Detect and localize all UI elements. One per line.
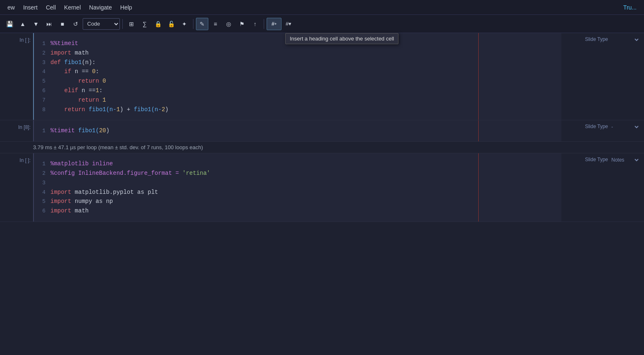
up-arrow-button[interactable]: ↑ <box>249 18 261 30</box>
menu-navigate[interactable]: Navigate <box>85 2 116 12</box>
line-num: 8 <box>39 106 50 114</box>
code-line-3-5: 5 import numpy as np <box>39 197 556 206</box>
cell-2-slide: Slide Type - Slide Sub-Slide Fragment Sk… <box>561 120 644 141</box>
line-num: 2 <box>39 169 50 178</box>
menu-kernel[interactable]: Kernel <box>60 2 85 12</box>
menubar: ew Insert Cell Kernel Navigate Help Tru.… <box>0 0 644 15</box>
cell-1-label: In [ ]: <box>0 33 33 120</box>
slide-type-label: Slide Type <box>585 36 608 42</box>
code-line-1-7: 7 return 1 <box>39 95 556 105</box>
cell-1-slide-select[interactable]: Slide Sub-Slide Fragment Skip Notes - <box>610 36 640 43</box>
code-text: import math <box>50 48 88 57</box>
cell-1-redline <box>478 33 479 120</box>
cell-3: In [ ]: 1 %matplotlib inline 2 %config I… <box>0 153 644 222</box>
move-down-button[interactable]: ▼ <box>30 18 42 30</box>
list-button[interactable]: ≡ <box>209 18 222 30</box>
table-button[interactable]: ⊞ <box>125 18 138 30</box>
cell-2-redline <box>478 120 479 141</box>
code-line-1-4: 4 if n == 0: <box>39 67 556 76</box>
formula-button[interactable]: ∑ <box>138 18 151 30</box>
code-text: return fibo1(n-1) + fibo1(n-2) <box>50 105 169 114</box>
code-line-1-6: 6 elif n ==1: <box>39 86 556 95</box>
line-num: 6 <box>39 87 50 95</box>
line-num: 4 <box>39 68 50 76</box>
cell-1: In [ ]: 1 %%timeit 2 import math 3 def f… <box>0 33 644 120</box>
heading-insert-tooltip: Insert a heading cell above the selected… <box>285 33 398 44</box>
menu-insert[interactable]: Insert <box>19 2 42 12</box>
line-num: 2 <box>39 49 50 58</box>
code-text: %%timeit <box>50 39 78 48</box>
cell-2-label: In [8]: <box>0 120 33 141</box>
code-line-1-3: 3 def fibo1(n): <box>39 58 556 67</box>
line-num: 7 <box>39 96 50 105</box>
cell-1-content[interactable]: 1 %%timeit 2 import math 3 def fibo1(n):… <box>33 33 561 120</box>
cell-1-code: 1 %%timeit 2 import math 3 def fibo1(n):… <box>39 36 556 117</box>
code-text: import math <box>50 206 88 215</box>
code-text <box>50 178 54 187</box>
code-text: def fibo1(n): <box>50 58 95 67</box>
cell-3-label: In [ ]: <box>0 153 33 222</box>
code-text: return 1 <box>50 95 106 105</box>
code-line-3-2: 2 %config InlineBackend.figure_format = … <box>39 169 556 178</box>
save-button[interactable]: 💾 <box>3 18 16 30</box>
code-line-3-3: 3 <box>39 178 556 188</box>
line-num: 1 <box>39 40 50 48</box>
cell-2: In [8]: 1 %timeit fibo1(20) Slide Type -… <box>0 120 644 142</box>
slide-type-label: Slide Type <box>585 124 608 129</box>
code-line-3-4: 4 import matplotlib.pyplot as plt <box>39 188 556 197</box>
line-num: 1 <box>39 127 50 136</box>
notebook-container: In [ ]: 1 %%timeit 2 import math 3 def f… <box>0 33 644 355</box>
restart-button[interactable]: ↺ <box>69 18 82 30</box>
cell-type-select[interactable]: Code Markdown Raw NBConvert Heading <box>83 18 120 30</box>
menu-cell[interactable]: Cell <box>42 2 60 12</box>
code-line-1-2: 2 import math <box>39 48 556 58</box>
line-num: 3 <box>39 59 50 67</box>
code-text: if n == 0: <box>50 67 99 76</box>
cell-2-output: 3.79 ms ± 47.1 µs per loop (mean ± std. … <box>0 142 644 153</box>
cell-3-redline <box>478 153 479 222</box>
line-num: 4 <box>39 188 50 197</box>
cell-2-code: 1 %timeit fibo1(20) <box>39 124 556 138</box>
edit-mode-button[interactable]: ✎ <box>196 18 208 30</box>
line-num: 3 <box>39 179 50 188</box>
cell-3-code: 1 %matplotlib inline 2 %config InlineBac… <box>39 157 556 218</box>
unlock-button[interactable]: 🔓 <box>165 18 177 30</box>
code-text: %matplotlib inline <box>50 159 113 168</box>
code-line-3-1: 1 %matplotlib inline <box>39 159 556 169</box>
toolbar: 💾 ▲ ▼ ⏭ ■ ↺ Code Markdown Raw NBConvert … <box>0 15 644 33</box>
star-button[interactable]: ✦ <box>178 18 191 30</box>
menu-ew[interactable]: ew <box>3 2 19 12</box>
toolbar-separator-2 <box>193 19 193 29</box>
lock-button[interactable]: 🔒 <box>152 18 164 30</box>
cell-3-content[interactable]: 1 %matplotlib inline 2 %config InlineBac… <box>33 153 561 222</box>
move-up-button[interactable]: ▲ <box>17 18 29 30</box>
code-text: %config InlineBackend.figure_format = 'r… <box>50 169 210 178</box>
toolbar-separator-1 <box>122 19 123 29</box>
toolbar-separator-3 <box>264 19 264 29</box>
cell-2-slide-select[interactable]: - Slide Sub-Slide Fragment Skip Notes <box>610 124 640 130</box>
code-line-1-5: 5 return 0 <box>39 76 556 86</box>
code-text: import numpy as np <box>50 197 113 206</box>
flag-button[interactable]: ⚑ <box>236 18 248 30</box>
heading-dropdown-button[interactable]: #▾ <box>282 18 295 30</box>
cell-2-content[interactable]: 1 %timeit fibo1(20) <box>33 120 561 141</box>
menu-help[interactable]: Help <box>116 2 136 12</box>
stop-button[interactable]: ■ <box>56 18 69 30</box>
line-num: 1 <box>39 160 50 169</box>
code-text: elif n ==1: <box>50 86 103 95</box>
code-line-1-8: 8 return fibo1(n-1) + fibo1(n-2) <box>39 105 556 114</box>
line-num: 5 <box>39 77 50 86</box>
code-line-3-6: 6 import math <box>39 206 556 216</box>
code-text: import matplotlib.pyplot as plt <box>50 188 158 197</box>
cell-1-slide: Slide Type Slide Sub-Slide Fragment Skip… <box>561 33 644 120</box>
line-num: 5 <box>39 198 50 206</box>
heading-insert-button[interactable]: #+ <box>267 18 281 30</box>
cell-3-slide: Slide Type Notes Slide Sub-Slide Fragmen… <box>561 153 644 222</box>
fast-forward-button[interactable]: ⏭ <box>43 18 55 30</box>
code-text: return 0 <box>50 76 106 86</box>
line-num: 6 <box>39 207 50 216</box>
code-line-2-1: 1 %timeit fibo1(20) <box>39 126 556 136</box>
eye-button[interactable]: ◎ <box>222 18 235 30</box>
cell-3-slide-select[interactable]: Notes Slide Sub-Slide Fragment Skip - <box>610 157 640 163</box>
trusted-label: Tru... <box>623 4 641 11</box>
